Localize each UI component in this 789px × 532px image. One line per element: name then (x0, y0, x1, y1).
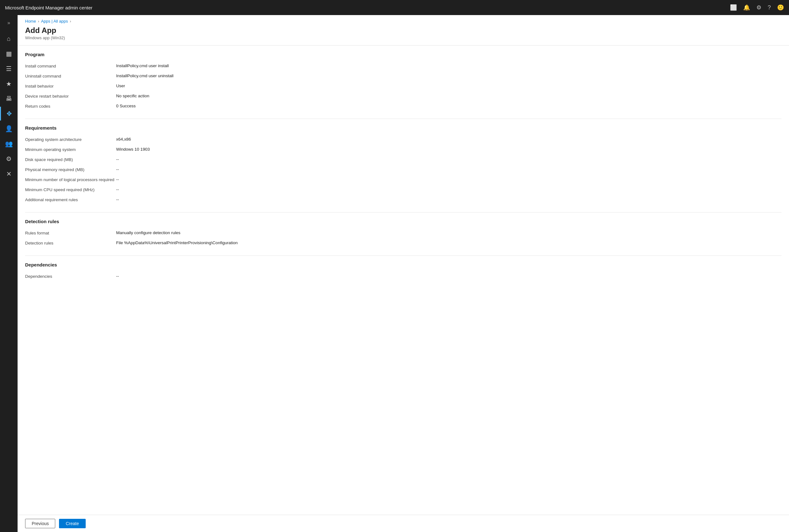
field-value-install-behavior: User (116, 83, 782, 88)
field-label-min-os: Minimum operating system (25, 147, 116, 152)
field-min-os: Minimum operating system Windows 10 1903 (25, 145, 782, 154)
topbar-title: Microsoft Endpoint Manager admin center (5, 5, 730, 11)
groups-icon: 👥 (5, 140, 13, 148)
wrench-icon: ✕ (6, 170, 12, 178)
field-cpu-speed: Minimum CPU speed required (MHz) -- (25, 185, 782, 195)
section-title-dependencies: Dependencies (25, 262, 782, 267)
field-label-install-command: Install command (25, 63, 116, 69)
breadcrumb: Home › Apps | All apps › (18, 15, 789, 25)
user-single-icon: 👤 (5, 125, 13, 132)
field-value-os-arch: x64,x86 (116, 137, 782, 141)
sidebar-item-users[interactable]: 👤 (0, 122, 18, 136)
field-additional-rules: Additional requirement rules -- (25, 195, 782, 205)
field-label-disk-space: Disk space required (MB) (25, 157, 116, 162)
field-device-restart: Device restart behavior No specific acti… (25, 91, 782, 101)
breadcrumb-apps[interactable]: Apps | All apps (41, 19, 68, 23)
field-value-min-os: Windows 10 1903 (116, 147, 782, 152)
main-layout: » ⌂ ▦ ☰ ★ 🖶 ✥ 👤 👥 ⚙ ✕ (0, 15, 789, 532)
field-install-command: Install command InstallPolicy.cmd user i… (25, 61, 782, 71)
sidebar-item-apps[interactable]: ✥ (0, 107, 18, 120)
field-rules-format: Rules format Manually configure detectio… (25, 228, 782, 238)
topbar-icons: ⬜ 🔔 ⚙ ? 🙂 (730, 4, 784, 11)
star-icon: ★ (6, 80, 12, 88)
sidebar-item-list[interactable]: ☰ (0, 62, 18, 76)
field-return-codes: Return codes 0 Success (25, 101, 782, 111)
field-value-logical-processors: -- (116, 177, 782, 182)
field-logical-processors: Minimum number of logical processors req… (25, 174, 782, 185)
section-title-requirements: Requirements (25, 125, 782, 131)
field-value-install-command: InstallPolicy.cmd user install (116, 63, 782, 68)
field-dependencies: Dependencies -- (25, 271, 782, 281)
sidebar-item-favorites[interactable]: ★ (0, 77, 18, 91)
field-value-physical-memory: -- (116, 167, 782, 172)
field-value-cpu-speed: -- (116, 187, 782, 192)
field-value-dependencies: -- (116, 274, 782, 279)
field-label-physical-memory: Physical memory required (MB) (25, 167, 116, 172)
bell-icon[interactable]: 🔔 (743, 4, 750, 11)
field-label-dependencies: Dependencies (25, 274, 116, 279)
field-label-os-arch: Operating system architecture (25, 137, 116, 142)
field-label-device-restart: Device restart behavior (25, 94, 116, 98)
breadcrumb-sep-1: › (38, 19, 39, 23)
list-icon: ☰ (6, 65, 12, 73)
field-label-detection-rules: Detection rules (25, 241, 116, 245)
sidebar: » ⌂ ▦ ☰ ★ 🖶 ✥ 👤 👥 ⚙ ✕ (0, 15, 18, 532)
page-subtitle: Windows app (Win32) (25, 36, 782, 40)
sidebar-item-home[interactable]: ⌂ (0, 32, 18, 45)
dashboard-icon: ▦ (6, 50, 12, 57)
section-detection: Detection rules Rules format Manually co… (25, 212, 782, 248)
field-os-arch: Operating system architecture x64,x86 (25, 134, 782, 145)
field-label-install-behavior: Install behavior (25, 83, 116, 89)
grid-icon[interactable]: ⬜ (730, 4, 737, 11)
field-uninstall-command: Uninstall command InstallPolicy.cmd user… (25, 71, 782, 81)
section-requirements: Requirements Operating system architectu… (25, 119, 782, 205)
field-value-rules-format: Manually configure detection rules (116, 230, 782, 235)
devices-icon: 🖶 (6, 95, 12, 102)
field-label-additional-rules: Additional requirement rules (25, 197, 116, 202)
field-label-return-codes: Return codes (25, 103, 116, 109)
field-label-logical-processors: Minimum number of logical processors req… (25, 177, 116, 182)
sidebar-item-groups[interactable]: 👥 (0, 137, 18, 151)
breadcrumb-home[interactable]: Home (25, 19, 36, 23)
field-value-detection-rules: File %AppData%\UniversalPrintPrinterProv… (116, 241, 782, 245)
user-icon[interactable]: 🙂 (777, 4, 784, 11)
sidebar-item-tenant[interactable]: ⚙ (0, 152, 18, 166)
field-value-device-restart: No specific action (116, 94, 782, 98)
apps-icon: ✥ (6, 110, 12, 117)
section-title-program: Program (25, 52, 782, 57)
home-icon: ⌂ (7, 35, 11, 42)
page-header: Add App Windows app (Win32) (18, 25, 789, 45)
field-install-behavior: Install behavior User (25, 81, 782, 91)
field-value-return-codes: 0 Success (116, 103, 782, 108)
field-value-uninstall-command: InstallPolicy.cmd user uninstall (116, 73, 782, 78)
section-title-detection: Detection rules (25, 219, 782, 224)
page-title: Add App (25, 26, 782, 35)
field-value-additional-rules: -- (116, 197, 782, 202)
sidebar-item-troubleshoot[interactable]: ✕ (0, 167, 18, 181)
sidebar-toggle[interactable]: » (0, 18, 18, 28)
section-program: Program Install command InstallPolicy.cm… (25, 45, 782, 111)
breadcrumb-sep-2: › (70, 19, 71, 23)
content-area: Home › Apps | All apps › Add App Windows… (18, 15, 789, 532)
create-button[interactable]: Create (59, 519, 85, 528)
previous-button[interactable]: Previous (25, 519, 55, 528)
puzzle-icon: ⚙ (6, 155, 12, 163)
sidebar-item-dashboard[interactable]: ▦ (0, 47, 18, 61)
field-disk-space: Disk space required (MB) -- (25, 154, 782, 165)
bottom-bar: Previous Create (18, 515, 789, 532)
gear-icon[interactable]: ⚙ (756, 4, 762, 11)
field-physical-memory: Physical memory required (MB) -- (25, 165, 782, 174)
help-icon[interactable]: ? (768, 4, 771, 11)
field-label-uninstall-command: Uninstall command (25, 73, 116, 78)
field-detection-rules: Detection rules File %AppData%\Universal… (25, 238, 782, 248)
field-value-disk-space: -- (116, 157, 782, 162)
topbar: Microsoft Endpoint Manager admin center … (0, 0, 789, 15)
field-label-cpu-speed: Minimum CPU speed required (MHz) (25, 187, 116, 192)
section-dependencies: Dependencies Dependencies -- (25, 256, 782, 281)
form-body: Program Install command InstallPolicy.cm… (18, 45, 789, 515)
field-label-rules-format: Rules format (25, 230, 116, 235)
sidebar-item-devices[interactable]: 🖶 (0, 92, 18, 106)
